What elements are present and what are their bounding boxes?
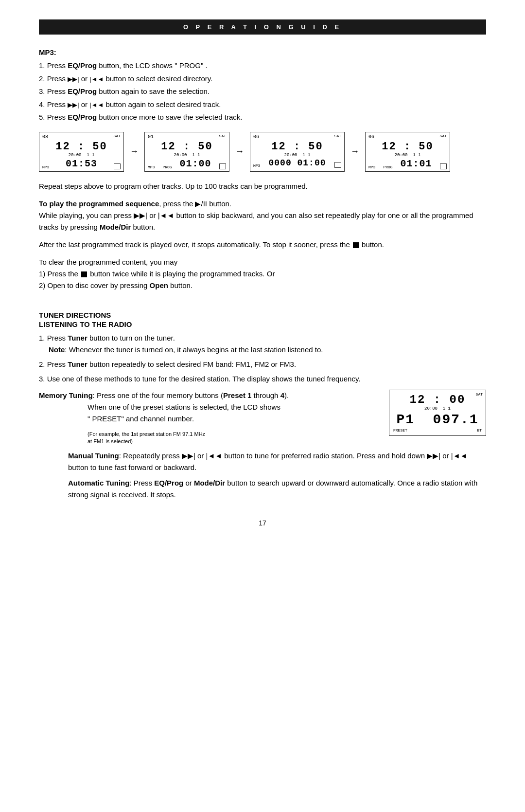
mp3-step-1: 1. Press EQ/Prog button, the LCD shows "… [39,60,486,72]
manual-tuning-block: Manual Tuning: Repeatedly press ▶▶| or |… [68,450,486,473]
lcd-top-left-1: 08 [42,134,48,140]
lcd-sat-1: SAT [114,134,121,138]
preset-example-note: (For example, the 1st preset station FM … [88,431,369,446]
lcd-track-3: 0000 01:00 [268,158,326,168]
lcd-sub-3: 20:00 1 1 [253,153,341,158]
lcd-sat-3: SAT [334,134,341,138]
memory-tuning-text: Memory Tuning: Press one of the four mem… [39,390,369,446]
mp3-steps: 1. Press EQ/Prog button, the LCD shows "… [39,60,486,123]
lcd-time-3: 12 : 50 [253,141,341,153]
stop-note: After the last programmed track is playe… [39,239,486,251]
mode-dir-label: Mode/Dir [100,223,131,231]
tuner-step-2: 2. Press Tuner button repeatedly to sele… [39,359,486,370]
preset-lcd-labels: PRESET BT [393,428,482,433]
page-container: O P E R A T I O N G U I D E MP3: 1. Pres… [0,0,525,812]
skip-fwd-icon-2: ▶▶| [68,101,79,108]
lcd-top-left-2: 01 [148,134,154,140]
lcd-label-prog-4: PROG [383,165,392,169]
preset-lcd-sat: SAT [476,392,483,397]
tuner-steps: 1. Press Tuner button to turn on the tun… [39,332,486,385]
note-label: Note [49,345,65,354]
lcd-label-mp3-3: MP3 [253,163,260,168]
lcd-sat-2: SAT [219,134,226,138]
play-sequence-para: To play the programmed sequence, press t… [39,198,486,233]
manual-tuning-label: Manual Tuning [68,451,119,460]
auto-tuning-label: Automatic Tuning [68,479,129,487]
lcd-label-mp3-1: MP3 [42,165,49,169]
mp3-title: MP3: [39,48,486,56]
lcd-label-mp3-4: MP3 [368,165,375,169]
lcd-track-2: 01:00 [180,158,211,169]
mp3-step-5: 5. Press EQ/Prog button once more to sav… [39,112,486,123]
memory-tuning-block: Memory Tuning: Press one of the four mem… [39,390,486,446]
lcd-track-4: 01:01 [401,158,432,169]
open-button-label: Open [150,281,168,289]
tuner-label-2: Tuner [68,360,88,368]
clear-note: To clear the programmed content, you may… [39,256,486,291]
lcd-track-1: 01:53 [66,158,97,169]
skip-bwd-icon-1: |◄◄ [89,75,104,83]
lcd-time-2: 12 : 50 [148,141,226,153]
lcd-corner-2 [219,163,226,169]
mp3-step-2: 2. Press ▶▶| or |◄◄ button to select des… [39,73,486,85]
lcd-top-left-4: 06 [368,134,374,140]
header-text: O P E R A T I O N G U I D E [183,23,342,31]
preset-lcd-station: P1 097.1 [393,412,482,427]
lcd-time-4: 12 : 50 [368,141,447,153]
preset-label-right: BT [477,428,482,433]
lcd-sat-4: SAT [440,134,447,138]
stop-icon-2 [81,271,87,277]
lcd-corner-3 [334,162,341,168]
play-sequence-label: To play the programmed sequence [39,199,159,208]
lcd-box-4: SAT 06 12 : 50 20:00 1 1 MP3 PROG 01:01 [365,132,450,172]
arrow-3: → [350,146,359,157]
repeat-note: Repeat steps above to program other trac… [39,180,486,192]
lcd-sub-2: 20:00 1 1 [148,153,226,158]
tuner-label-1: Tuner [68,334,88,342]
lcd-label-mp3-2: MP3 [148,165,155,169]
page-number: 17 [39,519,486,527]
lcd-box-3: SAT 06 12 : 50 20:00 1 1 MP3 0000 01:00 [250,132,345,172]
tuner-note: Note: Whenever the tuner is turned on, i… [49,345,323,354]
mp3-step-3: 3. Press EQ/Prog button again to save th… [39,86,486,97]
lcd-time-1: 12 : 50 [42,141,121,153]
preset-1-label: Preset 1 [223,391,251,399]
lcd-top-row-4: 06 [368,134,447,140]
eq-prog-label-3: EQ/Prog [68,113,97,121]
skip-bwd-icon-2: |◄◄ [89,101,104,108]
mp3-step-4: 4. Press ▶▶| or |◄◄ button again to sele… [39,99,486,110]
preset-shows-text: " PRESET" and channel number. [88,415,194,423]
play-while-text: While playing, you can press ▶▶| or |◄◄ … [39,211,473,231]
eq-prog-label-1: EQ/Prog [68,61,97,70]
skip-fwd-icon-1: ▶▶| [68,75,79,83]
mode-dir-auto-label: Mode/Dir [194,479,225,487]
arrow-1: → [130,146,139,157]
stop-icon-1 [353,242,359,248]
lcd-top-row-1: 08 [42,134,121,140]
tuner-section: TUNER DIRECTIONS LISTENING TO THE RADIO … [39,302,486,505]
auto-tuning-block: Automatic Tuning: Press EQ/Prog or Mode/… [68,477,486,501]
memory-tuning-label: Memory Tuning [39,391,93,399]
memory-tuning-para: Memory Tuning: Press one of the four mem… [39,390,369,425]
lcd-top-row-3: 06 [253,134,341,140]
tuner-step-3: 3. Use one of these methods to tune for … [39,373,486,385]
preset-when-text: When one of the preset stations is selec… [88,403,280,411]
lcd-top-left-3: 06 [253,134,259,140]
preset-lcd-box: SAT 12 : 00 20:00 1 1 P1 097.1 PRESET BT [389,390,486,436]
lcd-displays: SAT 08 12 : 50 20:00 1 1 MP3 01:53 → SAT… [39,132,486,172]
lcd-sub-4: 20:00 1 1 [368,153,447,158]
mp3-section: MP3: 1. Press EQ/Prog button, the LCD sh… [39,48,486,297]
header-bar: O P E R A T I O N G U I D E [39,19,486,35]
lcd-top-row-2: 01 [148,134,226,140]
lcd-label-prog-2: PROG [162,165,172,169]
lcd-sub-1: 20:00 1 1 [42,153,121,158]
preset-4-label: 4 [280,391,284,399]
lcd-box-1: SAT 08 12 : 50 20:00 1 1 MP3 01:53 [39,132,124,172]
lcd-corner-4 [440,163,447,169]
lcd-corner-1 [114,163,121,169]
eq-prog-label-2: EQ/Prog [68,87,97,95]
tuner-step-1: 1. Press Tuner button to turn on the tun… [39,332,486,356]
eq-prog-auto-label: EQ/Prog [154,479,183,487]
clear-intro: To clear the programmed content, you may [39,258,177,266]
preset-label-left: PRESET [393,428,407,433]
